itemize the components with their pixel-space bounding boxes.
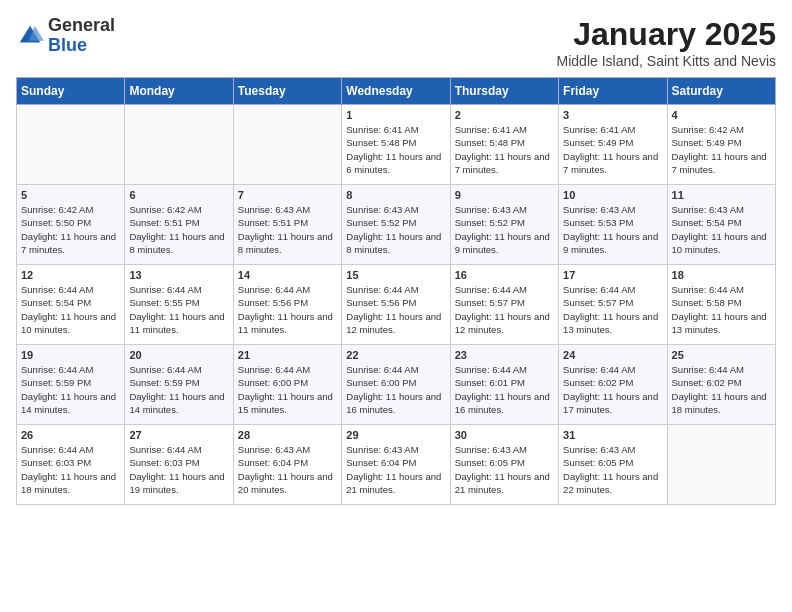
day-number: 31: [563, 429, 662, 441]
calendar-day-cell: 26 Sunrise: 6:44 AMSunset: 6:03 PMDaylig…: [17, 425, 125, 505]
day-number: 23: [455, 349, 554, 361]
day-number: 17: [563, 269, 662, 281]
calendar-day-cell: 16 Sunrise: 6:44 AMSunset: 5:57 PMDaylig…: [450, 265, 558, 345]
calendar-day-cell: 19 Sunrise: 6:44 AMSunset: 5:59 PMDaylig…: [17, 345, 125, 425]
day-info: Sunrise: 6:43 AMSunset: 5:51 PMDaylight:…: [238, 203, 337, 256]
logo: General Blue: [16, 16, 115, 56]
calendar-day-cell: 29 Sunrise: 6:43 AMSunset: 6:04 PMDaylig…: [342, 425, 450, 505]
calendar-day-cell: 22 Sunrise: 6:44 AMSunset: 6:00 PMDaylig…: [342, 345, 450, 425]
calendar-day-cell: 18 Sunrise: 6:44 AMSunset: 5:58 PMDaylig…: [667, 265, 775, 345]
day-number: 18: [672, 269, 771, 281]
weekday-header-row: SundayMondayTuesdayWednesdayThursdayFrid…: [17, 78, 776, 105]
day-info: Sunrise: 6:41 AMSunset: 5:48 PMDaylight:…: [455, 123, 554, 176]
day-info: Sunrise: 6:44 AMSunset: 6:00 PMDaylight:…: [238, 363, 337, 416]
calendar-day-cell: 30 Sunrise: 6:43 AMSunset: 6:05 PMDaylig…: [450, 425, 558, 505]
day-info: Sunrise: 6:43 AMSunset: 5:53 PMDaylight:…: [563, 203, 662, 256]
weekday-header: Monday: [125, 78, 233, 105]
calendar-table: SundayMondayTuesdayWednesdayThursdayFrid…: [16, 77, 776, 505]
calendar-day-cell: 31 Sunrise: 6:43 AMSunset: 6:05 PMDaylig…: [559, 425, 667, 505]
calendar-day-cell: 13 Sunrise: 6:44 AMSunset: 5:55 PMDaylig…: [125, 265, 233, 345]
day-number: 12: [21, 269, 120, 281]
logo-icon: [16, 22, 44, 50]
calendar-day-cell: 28 Sunrise: 6:43 AMSunset: 6:04 PMDaylig…: [233, 425, 341, 505]
day-number: 29: [346, 429, 445, 441]
day-info: Sunrise: 6:44 AMSunset: 6:02 PMDaylight:…: [672, 363, 771, 416]
day-number: 7: [238, 189, 337, 201]
day-info: Sunrise: 6:44 AMSunset: 5:59 PMDaylight:…: [129, 363, 228, 416]
calendar-day-cell: 23 Sunrise: 6:44 AMSunset: 6:01 PMDaylig…: [450, 345, 558, 425]
calendar-day-cell: 7 Sunrise: 6:43 AMSunset: 5:51 PMDayligh…: [233, 185, 341, 265]
calendar-week-row: 12 Sunrise: 6:44 AMSunset: 5:54 PMDaylig…: [17, 265, 776, 345]
calendar-day-cell: 24 Sunrise: 6:44 AMSunset: 6:02 PMDaylig…: [559, 345, 667, 425]
calendar-day-cell: 8 Sunrise: 6:43 AMSunset: 5:52 PMDayligh…: [342, 185, 450, 265]
calendar-week-row: 5 Sunrise: 6:42 AMSunset: 5:50 PMDayligh…: [17, 185, 776, 265]
day-info: Sunrise: 6:44 AMSunset: 5:59 PMDaylight:…: [21, 363, 120, 416]
calendar-day-cell: 6 Sunrise: 6:42 AMSunset: 5:51 PMDayligh…: [125, 185, 233, 265]
day-number: 14: [238, 269, 337, 281]
calendar-day-cell: 15 Sunrise: 6:44 AMSunset: 5:56 PMDaylig…: [342, 265, 450, 345]
day-number: 24: [563, 349, 662, 361]
calendar-day-cell: 25 Sunrise: 6:44 AMSunset: 6:02 PMDaylig…: [667, 345, 775, 425]
day-number: 30: [455, 429, 554, 441]
page-header: General Blue January 2025 Middle Island,…: [16, 16, 776, 69]
calendar-day-cell: 12 Sunrise: 6:44 AMSunset: 5:54 PMDaylig…: [17, 265, 125, 345]
day-info: Sunrise: 6:44 AMSunset: 5:57 PMDaylight:…: [563, 283, 662, 336]
day-info: Sunrise: 6:43 AMSunset: 5:52 PMDaylight:…: [346, 203, 445, 256]
day-number: 19: [21, 349, 120, 361]
day-number: 10: [563, 189, 662, 201]
day-number: 13: [129, 269, 228, 281]
day-number: 28: [238, 429, 337, 441]
day-number: 22: [346, 349, 445, 361]
day-info: Sunrise: 6:44 AMSunset: 6:03 PMDaylight:…: [129, 443, 228, 496]
weekday-header: Saturday: [667, 78, 775, 105]
calendar-day-cell: [233, 105, 341, 185]
location-title: Middle Island, Saint Kitts and Nevis: [557, 53, 776, 69]
logo-text: General Blue: [48, 16, 115, 56]
day-info: Sunrise: 6:42 AMSunset: 5:49 PMDaylight:…: [672, 123, 771, 176]
day-info: Sunrise: 6:43 AMSunset: 6:05 PMDaylight:…: [455, 443, 554, 496]
logo-general: General: [48, 16, 115, 36]
day-number: 20: [129, 349, 228, 361]
calendar-week-row: 19 Sunrise: 6:44 AMSunset: 5:59 PMDaylig…: [17, 345, 776, 425]
calendar-day-cell: 5 Sunrise: 6:42 AMSunset: 5:50 PMDayligh…: [17, 185, 125, 265]
month-title: January 2025: [557, 16, 776, 53]
weekday-header: Sunday: [17, 78, 125, 105]
day-number: 5: [21, 189, 120, 201]
calendar-day-cell: 11 Sunrise: 6:43 AMSunset: 5:54 PMDaylig…: [667, 185, 775, 265]
day-number: 15: [346, 269, 445, 281]
weekday-header: Wednesday: [342, 78, 450, 105]
day-info: Sunrise: 6:44 AMSunset: 6:03 PMDaylight:…: [21, 443, 120, 496]
day-number: 21: [238, 349, 337, 361]
day-info: Sunrise: 6:44 AMSunset: 5:57 PMDaylight:…: [455, 283, 554, 336]
calendar-day-cell: 4 Sunrise: 6:42 AMSunset: 5:49 PMDayligh…: [667, 105, 775, 185]
calendar-day-cell: 3 Sunrise: 6:41 AMSunset: 5:49 PMDayligh…: [559, 105, 667, 185]
day-number: 9: [455, 189, 554, 201]
day-number: 4: [672, 109, 771, 121]
day-info: Sunrise: 6:44 AMSunset: 6:01 PMDaylight:…: [455, 363, 554, 416]
calendar-week-row: 26 Sunrise: 6:44 AMSunset: 6:03 PMDaylig…: [17, 425, 776, 505]
calendar-day-cell: 1 Sunrise: 6:41 AMSunset: 5:48 PMDayligh…: [342, 105, 450, 185]
calendar-day-cell: 2 Sunrise: 6:41 AMSunset: 5:48 PMDayligh…: [450, 105, 558, 185]
day-info: Sunrise: 6:43 AMSunset: 6:04 PMDaylight:…: [238, 443, 337, 496]
calendar-day-cell: 20 Sunrise: 6:44 AMSunset: 5:59 PMDaylig…: [125, 345, 233, 425]
day-info: Sunrise: 6:42 AMSunset: 5:50 PMDaylight:…: [21, 203, 120, 256]
day-info: Sunrise: 6:44 AMSunset: 6:00 PMDaylight:…: [346, 363, 445, 416]
day-info: Sunrise: 6:42 AMSunset: 5:51 PMDaylight:…: [129, 203, 228, 256]
day-info: Sunrise: 6:44 AMSunset: 6:02 PMDaylight:…: [563, 363, 662, 416]
day-number: 1: [346, 109, 445, 121]
day-number: 25: [672, 349, 771, 361]
weekday-header: Tuesday: [233, 78, 341, 105]
calendar-day-cell: 9 Sunrise: 6:43 AMSunset: 5:52 PMDayligh…: [450, 185, 558, 265]
calendar-day-cell: [17, 105, 125, 185]
calendar-week-row: 1 Sunrise: 6:41 AMSunset: 5:48 PMDayligh…: [17, 105, 776, 185]
day-number: 11: [672, 189, 771, 201]
day-info: Sunrise: 6:44 AMSunset: 5:56 PMDaylight:…: [238, 283, 337, 336]
day-number: 16: [455, 269, 554, 281]
day-info: Sunrise: 6:44 AMSunset: 5:55 PMDaylight:…: [129, 283, 228, 336]
weekday-header: Friday: [559, 78, 667, 105]
day-info: Sunrise: 6:43 AMSunset: 6:04 PMDaylight:…: [346, 443, 445, 496]
title-block: January 2025 Middle Island, Saint Kitts …: [557, 16, 776, 69]
day-number: 27: [129, 429, 228, 441]
calendar-day-cell: 21 Sunrise: 6:44 AMSunset: 6:00 PMDaylig…: [233, 345, 341, 425]
weekday-header: Thursday: [450, 78, 558, 105]
